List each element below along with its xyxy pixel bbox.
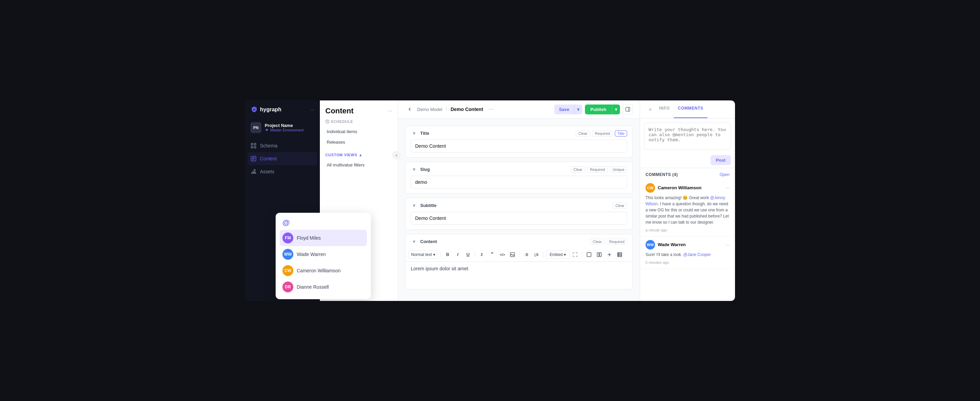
comment-textarea-wrap — [640, 118, 735, 155]
slug-unique-tag: Unique — [610, 167, 627, 173]
sidebar-item-schema-label: Schema — [260, 143, 277, 148]
rte-quote-btn[interactable]: " — [487, 250, 497, 259]
mention-name-2: Cameron Williamson — [297, 268, 340, 273]
collapse-panel-button[interactable]: « — [392, 151, 401, 160]
subtitle-collapse-btn[interactable]: ▾ — [411, 202, 417, 209]
panel-toggle-button[interactable] — [623, 104, 633, 115]
svg-rect-3 — [254, 146, 256, 148]
project-avatar: PN — [250, 122, 261, 133]
svg-point-5 — [254, 170, 255, 171]
tab-info[interactable]: INFO — [655, 100, 674, 118]
back-button[interactable] — [405, 105, 414, 114]
mention-user-3[interactable]: DR Dianne Russell — [280, 279, 367, 295]
save-button[interactable]: Save ▾ — [554, 105, 582, 115]
content-field-label: Content — [420, 239, 590, 244]
rte-link-btn[interactable] — [477, 250, 487, 259]
right-panel-tabs: » INFO COMMENTS — [640, 100, 735, 118]
sidebar-item-assets[interactable]: Assets — [245, 165, 320, 178]
content-panel-header: Content ··· — [320, 100, 398, 119]
comment-item-1: WW Wade Warren ··· Sure! I'll take a loo… — [640, 237, 735, 269]
slug-field-header: ▾ Slug Clear Required Unique — [405, 162, 633, 176]
rte-list-ol-btn[interactable] — [532, 250, 541, 259]
rte-sep-4 — [543, 251, 544, 258]
save-dropdown-arrow[interactable]: ▾ — [574, 105, 582, 115]
rte-underline-btn[interactable]: U — [463, 250, 473, 259]
rte-list-ul-btn[interactable] — [522, 250, 531, 259]
cv-item-multivalue[interactable]: All multivalue filters — [325, 160, 392, 170]
post-button[interactable]: Post — [711, 155, 731, 165]
title-field-actions: Clear Required Title — [576, 130, 627, 137]
topbar-more-dots[interactable]: ··· — [488, 106, 493, 112]
subtitle-field-body — [405, 212, 633, 229]
rte-extra-4[interactable] — [615, 250, 624, 259]
subtitle-field-actions: Clear — [613, 202, 627, 208]
comments-status[interactable]: Open — [720, 172, 730, 177]
rte-extra-2[interactable] — [595, 250, 604, 259]
custom-views-label[interactable]: CUSTOM VIEWS ▲ — [325, 153, 392, 157]
publish-dropdown-arrow[interactable]: ▾ — [612, 105, 620, 115]
save-label[interactable]: Save — [554, 105, 574, 115]
publish-button[interactable]: Publish ▾ — [585, 105, 620, 115]
rp-expand-button[interactable]: » — [646, 100, 655, 118]
comment-textarea[interactable] — [644, 123, 731, 150]
schedule-section: SCHEDULE Individual items Releases — [320, 119, 398, 150]
comment-mention-1[interactable]: @Jane Cooper — [683, 252, 711, 257]
comment-menu-0[interactable]: ··· — [725, 185, 730, 191]
schedule-item-individual[interactable]: Individual items — [325, 126, 392, 137]
rte-italic-btn[interactable]: I — [453, 250, 463, 259]
subtitle-input[interactable] — [411, 212, 627, 225]
mention-dropdown: @ FM Floyd Miles WW Wade Warren CW Camer… — [275, 213, 371, 299]
rte-fullscreen-btn[interactable] — [570, 250, 580, 259]
mention-name-0: Floyd Miles — [297, 235, 321, 241]
comment-username-0: Cameron Williamson — [658, 185, 723, 190]
content-panel-dots[interactable]: ··· — [388, 108, 392, 114]
subtitle-clear-btn[interactable]: Clear — [613, 202, 627, 208]
title-input[interactable] — [411, 140, 627, 153]
comment-mention-0[interactable]: @Jenny Wilson — [646, 196, 725, 206]
rte-toolbar: Normal text ▾ B I U " </> — [405, 248, 633, 262]
svg-rect-9 — [587, 253, 591, 257]
title-clear-btn[interactable]: Clear — [576, 130, 590, 137]
rte-extra-1[interactable] — [584, 250, 594, 259]
comment-user-row-1: WW Wade Warren ··· — [646, 240, 730, 250]
comment-avatar-0: CW — [646, 183, 655, 193]
mention-user-1[interactable]: WW Wade Warren — [280, 246, 367, 263]
sidebar-item-schema[interactable]: Schema — [245, 139, 320, 152]
slug-field-label: Slug — [420, 167, 571, 172]
slug-clear-btn[interactable]: Clear — [571, 167, 585, 173]
title-type-tag: Title — [615, 130, 627, 137]
project-name: Project Name — [265, 123, 304, 128]
comments-count: COMMENTS (4) — [646, 172, 678, 177]
content-field-group: ▾ Content Clear Required Normal text ▾ B… — [405, 234, 633, 290]
slug-collapse-btn[interactable]: ▾ — [411, 166, 417, 173]
sidebar-item-content[interactable]: Content — [248, 152, 317, 165]
schedule-item-releases[interactable]: Releases — [325, 137, 392, 147]
rte-extra-3[interactable] — [605, 250, 614, 259]
publish-label[interactable]: Publish — [585, 105, 612, 115]
content-required-tag: Required — [606, 239, 627, 245]
tab-comments[interactable]: COMMENTS — [674, 100, 708, 118]
rte-embed-btn[interactable]: Embed ▾ — [546, 251, 570, 259]
comment-menu-1[interactable]: ··· — [725, 242, 730, 247]
title-collapse-btn[interactable]: ▾ — [411, 130, 417, 137]
comments-header: COMMENTS (4) Open — [640, 168, 735, 180]
mention-user-2[interactable]: CW Cameron Williamson — [280, 263, 367, 279]
rte-image-btn[interactable] — [508, 250, 517, 259]
slug-input[interactable] — [411, 176, 627, 189]
mention-user-0[interactable]: FM Floyd Miles — [280, 230, 367, 246]
comments-section: COMMENTS (4) Open CW Cameron Williamson … — [640, 168, 735, 301]
content-clear-btn[interactable]: Clear — [590, 239, 605, 245]
breadcrumb-current: Demo Content — [450, 107, 483, 112]
sidebar-menu-dots[interactable]: ··· — [310, 107, 314, 112]
mention-at-symbol: @ — [280, 217, 367, 230]
rte-content[interactable]: Lorem ipsum dolor sit amet — [405, 262, 633, 289]
project-section[interactable]: PN Project Name Master Environment — [245, 119, 320, 137]
logo[interactable]: hygraph — [250, 106, 282, 113]
rte-text-style-select[interactable]: Normal text ▾ — [408, 251, 438, 259]
rte-bold-btn[interactable]: B — [443, 250, 452, 259]
rte-code-btn[interactable]: </> — [498, 250, 507, 259]
subtitle-field-group: ▾ Subtitle Clear — [405, 198, 633, 230]
content-collapse-btn[interactable]: ▾ — [411, 238, 417, 245]
comment-user-row-0: CW Cameron Williamson ··· — [646, 183, 730, 193]
svg-rect-0 — [251, 143, 253, 145]
